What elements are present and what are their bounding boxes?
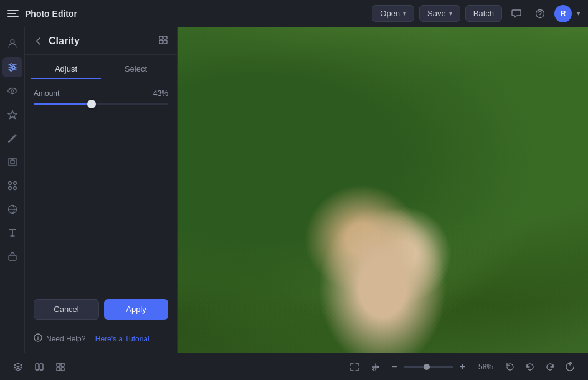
svg-rect-28 bbox=[57, 368, 60, 371]
topbar: Photo Editor Open ▾ Save ▾ Batch R ▾ bbox=[0, 0, 588, 27]
svg-rect-25 bbox=[40, 364, 43, 370]
svg-rect-21 bbox=[164, 40, 167, 44]
svg-rect-17 bbox=[9, 255, 16, 260]
help-section: Need Help? Here's a Tutorial bbox=[25, 328, 177, 353]
clarity-slider-thumb[interactable] bbox=[87, 100, 96, 108]
image-container bbox=[178, 27, 588, 353]
back-button[interactable] bbox=[34, 36, 44, 46]
tab-adjust[interactable]: Adjust bbox=[31, 60, 101, 79]
tabs: Adjust Select bbox=[25, 55, 177, 79]
strip-effects-icon[interactable] bbox=[2, 105, 22, 125]
cancel-button[interactable]: Cancel bbox=[34, 299, 99, 320]
svg-point-12 bbox=[8, 182, 11, 185]
help-link[interactable]: Here's a Tutorial bbox=[95, 335, 149, 343]
clarity-slider-fill bbox=[34, 103, 92, 105]
amount-row: Amount 43% bbox=[34, 89, 168, 98]
svg-point-2 bbox=[11, 40, 14, 44]
avatar-chevron-icon[interactable]: ▾ bbox=[577, 9, 581, 17]
resize-button[interactable] bbox=[366, 359, 385, 375]
canvas-area bbox=[178, 27, 588, 353]
strip-objects-icon[interactable] bbox=[2, 176, 22, 196]
svg-rect-18 bbox=[159, 36, 163, 39]
bottom-bar: − + 58% bbox=[0, 353, 588, 380]
svg-rect-27 bbox=[61, 363, 64, 366]
svg-point-1 bbox=[539, 15, 540, 16]
main-area: Clarity Adjust Select Amount 43% bbox=[0, 27, 588, 353]
grid-button[interactable] bbox=[51, 359, 70, 375]
panel-header: Clarity bbox=[25, 27, 177, 55]
statue-image bbox=[178, 27, 588, 353]
strip-eye-icon[interactable] bbox=[2, 81, 22, 101]
open-chevron-icon: ▾ bbox=[403, 10, 406, 17]
svg-point-7 bbox=[12, 66, 15, 69]
export-icon[interactable] bbox=[158, 35, 168, 47]
app-title: Photo Editor bbox=[25, 9, 77, 19]
save-button[interactable]: Save ▾ bbox=[419, 5, 460, 22]
amount-value: 43% bbox=[153, 89, 168, 98]
strip-sliders-icon[interactable] bbox=[2, 57, 22, 77]
strip-tools-icon[interactable] bbox=[2, 247, 22, 267]
compare-button[interactable] bbox=[30, 359, 49, 375]
batch-button[interactable]: Batch bbox=[465, 5, 502, 22]
comment-icon-button[interactable] bbox=[507, 6, 526, 22]
svg-point-13 bbox=[13, 182, 16, 185]
strip-filter-icon[interactable] bbox=[2, 199, 22, 219]
zoom-controls: − + bbox=[387, 359, 469, 375]
svg-rect-19 bbox=[164, 36, 167, 39]
restore-button[interactable] bbox=[501, 359, 519, 375]
zoom-in-button[interactable]: + bbox=[456, 359, 469, 375]
svg-point-14 bbox=[8, 187, 11, 190]
avatar[interactable]: R bbox=[554, 5, 572, 22]
svg-rect-11 bbox=[11, 160, 14, 164]
app-logo: Photo Editor bbox=[7, 7, 77, 21]
amount-label: Amount bbox=[34, 89, 59, 98]
panel-title: Clarity bbox=[49, 36, 153, 47]
strip-text-icon[interactable] bbox=[2, 223, 22, 243]
icon-strip bbox=[0, 27, 25, 353]
zoom-out-button[interactable]: − bbox=[387, 359, 401, 375]
clarity-panel: Clarity Adjust Select Amount 43% bbox=[25, 27, 178, 353]
layers-button[interactable] bbox=[9, 359, 27, 375]
history-controls bbox=[501, 359, 579, 375]
svg-point-9 bbox=[11, 90, 14, 92]
strip-brush-icon[interactable] bbox=[2, 128, 22, 148]
svg-point-15 bbox=[13, 187, 16, 190]
zoom-track bbox=[404, 366, 453, 368]
panel-content: Amount 43% bbox=[25, 79, 177, 299]
apply-button[interactable]: Apply bbox=[104, 299, 168, 320]
svg-point-6 bbox=[10, 64, 12, 66]
menu-icon bbox=[7, 7, 21, 21]
info-icon bbox=[34, 333, 42, 344]
clarity-slider-track bbox=[34, 103, 168, 105]
redo-button[interactable] bbox=[541, 359, 559, 375]
zoom-thumb[interactable] bbox=[424, 364, 430, 370]
zoom-percent: 58% bbox=[472, 363, 493, 371]
strip-frame-icon[interactable] bbox=[2, 152, 22, 172]
open-button[interactable]: Open ▾ bbox=[372, 5, 414, 22]
svg-point-8 bbox=[10, 69, 12, 71]
svg-rect-10 bbox=[9, 158, 16, 166]
strip-person-icon[interactable] bbox=[2, 34, 22, 54]
svg-rect-24 bbox=[36, 364, 39, 370]
fit-button[interactable] bbox=[345, 359, 364, 375]
tab-select[interactable]: Select bbox=[101, 60, 171, 79]
undo-button[interactable] bbox=[521, 359, 539, 375]
reset-button[interactable] bbox=[561, 359, 579, 375]
save-chevron-icon: ▾ bbox=[449, 10, 452, 17]
panel-actions: Cancel Apply bbox=[25, 299, 177, 328]
svg-point-23 bbox=[37, 336, 38, 336]
help-text: Need Help? bbox=[46, 335, 85, 343]
svg-rect-26 bbox=[57, 363, 60, 366]
svg-rect-20 bbox=[159, 40, 163, 44]
help-icon-button[interactable] bbox=[531, 6, 549, 22]
svg-rect-29 bbox=[61, 368, 64, 371]
